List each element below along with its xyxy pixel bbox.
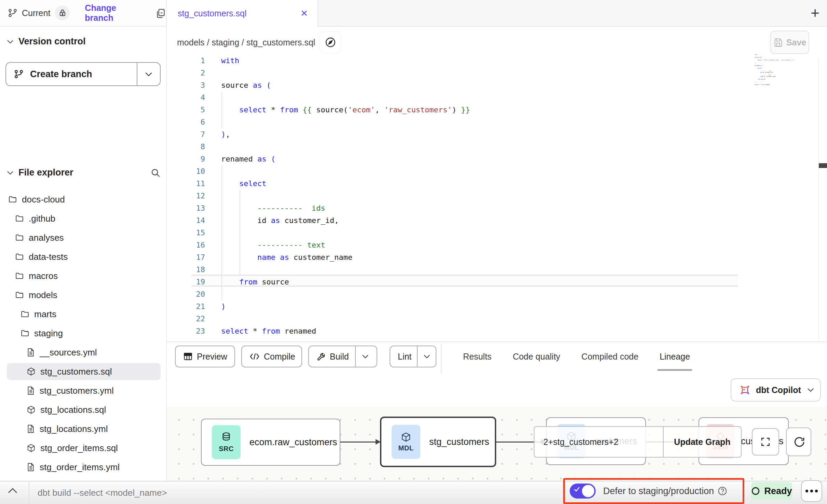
file-tree-item[interactable]: stg_customers.sql xyxy=(0,362,166,381)
file-icon xyxy=(27,463,35,472)
defer-toggle[interactable] xyxy=(570,484,596,499)
change-branch-link[interactable]: Change branch xyxy=(85,3,146,23)
lint-label: Lint xyxy=(398,352,411,362)
code-line: 21) xyxy=(178,300,226,313)
file-explorer-header[interactable]: File explorer xyxy=(7,167,161,178)
copilot-sparkle-icon xyxy=(739,384,751,396)
status-bar: dbt build --select <model_name> Defer to… xyxy=(0,481,827,504)
node-label: stg_customers xyxy=(429,437,489,447)
save-button[interactable]: Save xyxy=(770,31,809,54)
ready-circle-icon xyxy=(751,487,760,495)
line-number: 22 xyxy=(178,313,205,325)
file-tree-item[interactable]: models xyxy=(0,285,166,305)
tab-lineage[interactable]: Lineage xyxy=(660,352,690,362)
file-tree-item[interactable]: .github xyxy=(0,209,166,228)
code-line: 8 xyxy=(178,141,221,153)
code-line: 5 select * from {{ source('ecom', 'raw_c… xyxy=(178,104,470,116)
folder-icon xyxy=(15,214,24,223)
file-tree-item[interactable]: stg_order_items.sql xyxy=(0,438,166,458)
panel-top-border xyxy=(167,341,827,342)
code-editor[interactable]: 1with23source as (45 select * from {{ so… xyxy=(167,58,827,341)
more-options-button[interactable] xyxy=(801,480,822,502)
file-name: macros xyxy=(29,271,58,281)
breadcrumb: models / staging / stg_customers.sql xyxy=(177,38,315,47)
version-control-header[interactable]: Version control xyxy=(7,36,86,47)
line-number: 18 xyxy=(178,264,205,276)
code-line: 18 xyxy=(178,264,221,276)
file-name: analyses xyxy=(29,233,64,243)
ready-label: Ready xyxy=(764,486,792,496)
lint-button[interactable]: Lint xyxy=(390,346,436,367)
breadcrumb-row: models / staging / stg_customers.sql Sav… xyxy=(167,27,827,58)
code-line: 16 ---------- text xyxy=(178,239,325,251)
file-name: docs-cloud xyxy=(22,194,65,205)
lineage-node-stg-customers[interactable]: MDL stg_customers xyxy=(380,417,496,467)
node-label: ecom.raw_customers xyxy=(249,437,337,448)
preview-label: Preview xyxy=(197,352,227,362)
dbt-copilot-button[interactable]: dbt Copilot xyxy=(731,378,821,402)
lineage-node-source[interactable]: SRC ecom.raw_customers xyxy=(201,419,340,466)
new-tab-button[interactable]: + xyxy=(811,5,819,21)
docs-compass-button[interactable] xyxy=(320,32,341,53)
file-tree-item[interactable]: stg_locations.yml xyxy=(0,419,166,438)
create-branch-main[interactable]: Create branch xyxy=(6,63,137,85)
collapse-panel-button[interactable] xyxy=(8,488,18,494)
status-badge[interactable]: Ready xyxy=(751,482,792,500)
tab-code-quality[interactable]: Code quality xyxy=(513,352,560,362)
create-branch-button[interactable]: Create branch xyxy=(5,62,161,86)
help-icon[interactable] xyxy=(717,486,728,496)
lineage-selector-bar: 2+stg_customers+2 Update Graph xyxy=(534,426,742,458)
branch-lock-badge xyxy=(55,5,70,20)
file-tree-item[interactable]: staging xyxy=(0,324,166,343)
tab-compiled-code[interactable]: Compiled code xyxy=(581,352,638,362)
copy-icon[interactable] xyxy=(155,8,166,18)
file-tree: docs-cloud.githubanalysesdata-testsmacro… xyxy=(0,190,166,477)
editor-minimap[interactable]: withsource as ( select * from {{ source(… xyxy=(755,54,816,85)
file-tree-item[interactable]: marts xyxy=(0,305,166,324)
line-number: 20 xyxy=(178,288,205,300)
compile-button[interactable]: Compile xyxy=(241,346,302,367)
lineage-graph[interactable]: SRC ecom.raw_customers MDL stg_customers… xyxy=(167,406,827,481)
code-line: 4 xyxy=(178,92,221,104)
tab-stg-customers[interactable]: stg_customers.sql ✕ xyxy=(167,0,318,27)
file-tree-item[interactable]: stg_customers.yml xyxy=(0,381,166,400)
file-name: .github xyxy=(29,213,55,224)
build-button[interactable]: Build xyxy=(308,346,377,367)
lint-dropdown[interactable] xyxy=(417,346,436,367)
file-tree-item[interactable]: stg_locations.sql xyxy=(0,400,166,419)
compass-icon xyxy=(325,37,336,48)
update-graph-button[interactable]: Update Graph xyxy=(663,427,741,457)
file-tree-item[interactable]: data-tests xyxy=(0,247,166,266)
code-line: 3source as ( xyxy=(178,79,271,92)
code-line: 7), xyxy=(178,128,230,141)
scrollbar-thumb[interactable] xyxy=(819,163,827,168)
preview-button[interactable]: Preview xyxy=(175,346,235,367)
file-name: __sources.yml xyxy=(40,347,97,358)
line-number: 2 xyxy=(178,67,205,79)
line-number: 23 xyxy=(178,325,205,337)
search-icon[interactable] xyxy=(150,168,161,178)
file-tree-item[interactable]: stg_order_items.yml xyxy=(0,458,166,477)
line-number: 9 xyxy=(178,153,205,165)
refresh-button[interactable] xyxy=(786,428,811,456)
tab-results[interactable]: Results xyxy=(463,352,491,362)
file-name: stg_customers.sql xyxy=(40,366,112,377)
build-dropdown[interactable] xyxy=(355,346,375,367)
wrench-icon xyxy=(316,352,326,361)
file-name: staging xyxy=(34,328,63,339)
file-icon xyxy=(27,348,35,357)
file-tree-item[interactable]: analyses xyxy=(0,228,166,247)
close-tab-icon[interactable]: ✕ xyxy=(300,8,308,19)
code-line: 10 xyxy=(178,165,221,178)
file-tree-item[interactable]: docs-cloud xyxy=(0,190,166,209)
file-icon xyxy=(27,424,35,433)
preview-grid-icon xyxy=(183,352,193,361)
lineage-selector-input[interactable]: 2+stg_customers+2 xyxy=(534,437,663,447)
file-tree-item[interactable]: macros xyxy=(0,266,166,285)
create-branch-dropdown[interactable] xyxy=(137,63,160,85)
git-branch-icon xyxy=(14,69,24,79)
file-tree-item[interactable]: __sources.yml xyxy=(0,343,166,362)
fullscreen-button[interactable] xyxy=(752,428,779,456)
dot xyxy=(810,490,813,492)
command-input[interactable]: dbt build --select <model_name> xyxy=(38,481,167,504)
